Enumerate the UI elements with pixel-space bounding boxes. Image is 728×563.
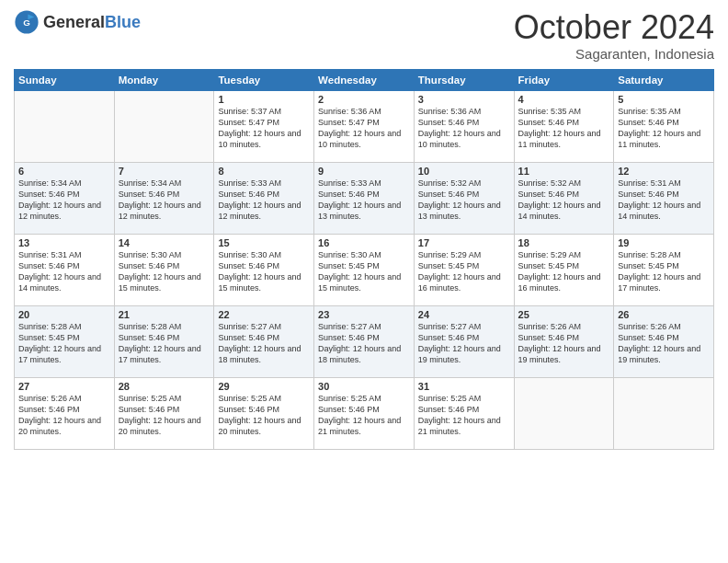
day-number: 13 (18, 237, 110, 248)
day-number: 24 (418, 309, 510, 320)
calendar-cell: 23Sunrise: 5:27 AM Sunset: 5:46 PM Dayli… (314, 305, 415, 377)
day-number: 31 (418, 381, 510, 392)
calendar-cell (614, 377, 714, 449)
weekday-header: Tuesday (214, 69, 314, 90)
title-block: October 2024 Sagaranten, Indonesia (514, 9, 714, 62)
calendar-cell: 8Sunrise: 5:33 AM Sunset: 5:46 PM Daylig… (214, 162, 314, 234)
day-number: 19 (618, 237, 710, 248)
calendar-cell: 18Sunrise: 5:29 AM Sunset: 5:45 PM Dayli… (514, 234, 614, 305)
header-row: SundayMondayTuesdayWednesdayThursdayFrid… (15, 69, 714, 90)
calendar-cell: 28Sunrise: 5:25 AM Sunset: 5:46 PM Dayli… (114, 377, 214, 449)
logo-blue: Blue (105, 13, 141, 31)
day-info: Sunrise: 5:32 AM Sunset: 5:46 PM Dayligh… (418, 178, 510, 223)
day-info: Sunrise: 5:35 AM Sunset: 5:46 PM Dayligh… (618, 106, 710, 151)
day-number: 29 (218, 381, 310, 392)
day-info: Sunrise: 5:37 AM Sunset: 5:47 PM Dayligh… (218, 106, 310, 151)
day-number: 14 (119, 237, 210, 248)
calendar-cell: 25Sunrise: 5:26 AM Sunset: 5:46 PM Dayli… (514, 305, 614, 377)
day-info: Sunrise: 5:36 AM Sunset: 5:46 PM Dayligh… (418, 106, 510, 151)
calendar-week-row: 1Sunrise: 5:37 AM Sunset: 5:47 PM Daylig… (15, 90, 714, 162)
day-info: Sunrise: 5:29 AM Sunset: 5:45 PM Dayligh… (518, 249, 610, 294)
calendar-cell (15, 90, 115, 162)
day-info: Sunrise: 5:28 AM Sunset: 5:45 PM Dayligh… (618, 249, 710, 294)
calendar-table: SundayMondayTuesdayWednesdayThursdayFrid… (14, 69, 714, 450)
day-info: Sunrise: 5:26 AM Sunset: 5:46 PM Dayligh… (518, 321, 610, 366)
day-number: 12 (618, 166, 710, 177)
logo-general: General (43, 13, 105, 31)
day-number: 7 (119, 166, 210, 177)
calendar-cell: 20Sunrise: 5:28 AM Sunset: 5:45 PM Dayli… (15, 305, 115, 377)
day-info: Sunrise: 5:27 AM Sunset: 5:46 PM Dayligh… (218, 321, 310, 366)
calendar-cell (514, 377, 614, 449)
day-number: 8 (218, 166, 310, 177)
calendar-cell: 1Sunrise: 5:37 AM Sunset: 5:47 PM Daylig… (214, 90, 314, 162)
calendar-cell: 13Sunrise: 5:31 AM Sunset: 5:46 PM Dayli… (15, 234, 115, 305)
day-info: Sunrise: 5:31 AM Sunset: 5:46 PM Dayligh… (618, 178, 710, 223)
calendar-cell (114, 90, 214, 162)
day-number: 21 (119, 309, 210, 320)
day-info: Sunrise: 5:32 AM Sunset: 5:46 PM Dayligh… (518, 178, 610, 223)
day-info: Sunrise: 5:30 AM Sunset: 5:46 PM Dayligh… (119, 249, 210, 294)
day-info: Sunrise: 5:29 AM Sunset: 5:45 PM Dayligh… (418, 249, 510, 294)
header: G GeneralBlue October 2024 Sagaranten, I… (14, 9, 714, 62)
calendar-week-row: 20Sunrise: 5:28 AM Sunset: 5:45 PM Dayli… (15, 305, 714, 377)
day-info: Sunrise: 5:28 AM Sunset: 5:46 PM Dayligh… (119, 321, 210, 366)
calendar-week-row: 6Sunrise: 5:34 AM Sunset: 5:46 PM Daylig… (15, 162, 714, 234)
day-info: Sunrise: 5:33 AM Sunset: 5:46 PM Dayligh… (318, 178, 410, 223)
calendar-cell: 26Sunrise: 5:26 AM Sunset: 5:46 PM Dayli… (614, 305, 714, 377)
day-number: 20 (18, 309, 110, 320)
day-info: Sunrise: 5:34 AM Sunset: 5:46 PM Dayligh… (119, 178, 210, 223)
weekday-header: Sunday (15, 69, 115, 90)
location-title: Sagaranten, Indonesia (514, 46, 714, 62)
calendar-cell: 24Sunrise: 5:27 AM Sunset: 5:46 PM Dayli… (414, 305, 514, 377)
weekday-header: Saturday (614, 69, 714, 90)
weekday-header: Thursday (414, 69, 514, 90)
calendar-cell: 27Sunrise: 5:26 AM Sunset: 5:46 PM Dayli… (15, 377, 115, 449)
calendar-cell: 7Sunrise: 5:34 AM Sunset: 5:46 PM Daylig… (114, 162, 214, 234)
calendar-cell: 10Sunrise: 5:32 AM Sunset: 5:46 PM Dayli… (414, 162, 514, 234)
day-number: 27 (18, 381, 110, 392)
day-number: 9 (318, 166, 410, 177)
calendar-cell: 30Sunrise: 5:25 AM Sunset: 5:46 PM Dayli… (314, 377, 415, 449)
svg-text:G: G (23, 17, 30, 28)
page: G GeneralBlue October 2024 Sagaranten, I… (0, 0, 728, 563)
day-info: Sunrise: 5:36 AM Sunset: 5:47 PM Dayligh… (318, 106, 410, 151)
day-number: 1 (218, 94, 310, 105)
calendar-cell: 16Sunrise: 5:30 AM Sunset: 5:45 PM Dayli… (314, 234, 415, 305)
calendar-cell: 11Sunrise: 5:32 AM Sunset: 5:46 PM Dayli… (514, 162, 614, 234)
calendar-cell: 14Sunrise: 5:30 AM Sunset: 5:46 PM Dayli… (114, 234, 214, 305)
calendar-cell: 3Sunrise: 5:36 AM Sunset: 5:46 PM Daylig… (414, 90, 514, 162)
day-info: Sunrise: 5:26 AM Sunset: 5:46 PM Dayligh… (618, 321, 710, 366)
day-number: 15 (218, 237, 310, 248)
logo: G GeneralBlue (14, 9, 141, 35)
day-number: 23 (318, 309, 410, 320)
calendar-cell: 6Sunrise: 5:34 AM Sunset: 5:46 PM Daylig… (15, 162, 115, 234)
day-info: Sunrise: 5:25 AM Sunset: 5:46 PM Dayligh… (119, 393, 210, 438)
calendar-cell: 12Sunrise: 5:31 AM Sunset: 5:46 PM Dayli… (614, 162, 714, 234)
calendar-cell: 31Sunrise: 5:25 AM Sunset: 5:46 PM Dayli… (414, 377, 514, 449)
day-number: 26 (618, 309, 710, 320)
calendar-week-row: 27Sunrise: 5:26 AM Sunset: 5:46 PM Dayli… (15, 377, 714, 449)
day-info: Sunrise: 5:30 AM Sunset: 5:45 PM Dayligh… (318, 249, 410, 294)
day-info: Sunrise: 5:30 AM Sunset: 5:46 PM Dayligh… (218, 249, 310, 294)
day-number: 3 (418, 94, 510, 105)
day-number: 10 (418, 166, 510, 177)
logo-icon: G (14, 9, 40, 35)
day-info: Sunrise: 5:25 AM Sunset: 5:46 PM Dayligh… (418, 393, 510, 438)
calendar-cell: 4Sunrise: 5:35 AM Sunset: 5:46 PM Daylig… (514, 90, 614, 162)
calendar-cell: 29Sunrise: 5:25 AM Sunset: 5:46 PM Dayli… (214, 377, 314, 449)
day-info: Sunrise: 5:33 AM Sunset: 5:46 PM Dayligh… (218, 178, 310, 223)
day-info: Sunrise: 5:34 AM Sunset: 5:46 PM Dayligh… (18, 178, 110, 223)
day-number: 6 (18, 166, 110, 177)
calendar-week-row: 13Sunrise: 5:31 AM Sunset: 5:46 PM Dayli… (15, 234, 714, 305)
calendar-cell: 19Sunrise: 5:28 AM Sunset: 5:45 PM Dayli… (614, 234, 714, 305)
day-info: Sunrise: 5:27 AM Sunset: 5:46 PM Dayligh… (318, 321, 410, 366)
day-info: Sunrise: 5:26 AM Sunset: 5:46 PM Dayligh… (18, 393, 110, 438)
day-info: Sunrise: 5:25 AM Sunset: 5:46 PM Dayligh… (318, 393, 410, 438)
day-number: 30 (318, 381, 410, 392)
calendar-cell: 5Sunrise: 5:35 AM Sunset: 5:46 PM Daylig… (614, 90, 714, 162)
day-number: 2 (318, 94, 410, 105)
day-info: Sunrise: 5:31 AM Sunset: 5:46 PM Dayligh… (18, 249, 110, 294)
day-number: 17 (418, 237, 510, 248)
day-info: Sunrise: 5:35 AM Sunset: 5:46 PM Dayligh… (518, 106, 610, 151)
